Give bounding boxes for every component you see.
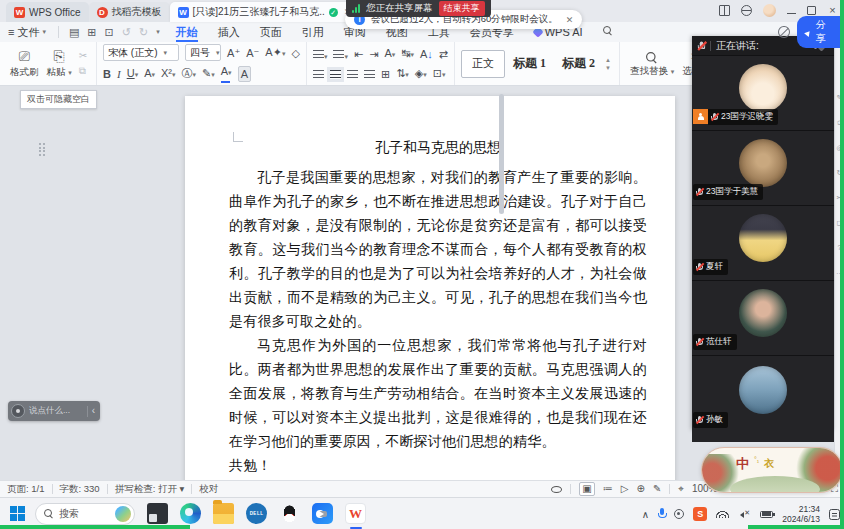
font-family-select[interactable]: 宋体 (正文)▾: [103, 44, 179, 61]
document-title[interactable]: 孔子和马克思的思想: [229, 136, 647, 160]
edge-browser-icon[interactable]: [180, 503, 201, 524]
snipaste-icon[interactable]: S: [693, 507, 707, 521]
notification-center-icon[interactable]: [829, 509, 840, 520]
save-icon[interactable]: ▤: [69, 26, 79, 39]
style-heading2[interactable]: 标题 2: [554, 55, 603, 72]
battery-icon[interactable]: [760, 511, 773, 518]
redo-icon[interactable]: ↻: [139, 26, 148, 39]
qq-icon[interactable]: [279, 503, 300, 524]
shading-button[interactable]: ◈▾: [415, 66, 427, 82]
tab-docer-templates[interactable]: D 找稻壳模板: [89, 2, 170, 22]
file-menu[interactable]: ≡ 文件 ▾: [0, 25, 54, 40]
bullets-button[interactable]: ▾: [313, 45, 328, 63]
decorative-sticker[interactable]: 中 °₁ 衣: [701, 447, 843, 493]
participant-tile[interactable]: 夏轩: [692, 205, 834, 280]
volume-muted-icon[interactable]: [738, 510, 751, 519]
text-effects-button[interactable]: A✦▾: [265, 45, 285, 61]
proofread-button[interactable]: 校对: [199, 483, 218, 496]
decrease-indent-button[interactable]: ⇤: [354, 47, 363, 61]
line-spacing-button[interactable]: ⇅▾: [396, 66, 409, 82]
paragraph[interactable]: 孔子是我国重要的思想家，对我们的教育产生了重要的影响。曲阜作为孔子的家乡，也不断…: [229, 166, 647, 334]
document-page[interactable]: 孔子和马克思的思想 孔子是我国重要的思想家，对我们的教育产生了重要的影响。曲阜作…: [185, 96, 675, 480]
pen-view-icon[interactable]: ✎: [653, 483, 661, 495]
dell-app-icon[interactable]: DELL: [246, 503, 267, 524]
distribute-button[interactable]: ⊞: [381, 67, 390, 81]
italic-button[interactable]: I: [117, 67, 121, 81]
char-shading-button[interactable]: A: [238, 66, 251, 82]
shrink-font-button[interactable]: A⁻: [246, 46, 259, 60]
tab-wps-home[interactable]: W WPS Office: [6, 2, 89, 22]
align-left-button[interactable]: [313, 70, 324, 79]
participant-tile[interactable]: 23国学于美慧: [692, 130, 834, 205]
web-view-icon[interactable]: ⊕: [637, 483, 645, 495]
style-body-text[interactable]: 正文: [461, 50, 505, 78]
tencent-meeting-icon[interactable]: [312, 503, 333, 524]
change-case-button[interactable]: A▾: [384, 46, 395, 62]
close-window-button[interactable]: ×: [827, 5, 838, 16]
maximize-button[interactable]: [807, 6, 816, 15]
outline-view-icon[interactable]: ≔: [603, 483, 613, 495]
globe-icon[interactable]: [741, 5, 752, 16]
paragraph[interactable]: 马克思作为外国的一位思想家，我们常常将他与孔子进行对比。两者都为世界思想的发展作…: [229, 334, 647, 454]
char-border-button[interactable]: A▾: [144, 66, 155, 82]
word-count[interactable]: 字数: 330: [60, 483, 100, 496]
ribbon-tab-insert[interactable]: 插入: [208, 22, 250, 42]
tray-mic-icon[interactable]: [658, 508, 665, 520]
superscript-button[interactable]: X²▾: [161, 66, 176, 82]
start-button[interactable]: [10, 506, 25, 521]
minimize-button[interactable]: [787, 7, 796, 14]
asian-layout-button[interactable]: ↹▾: [401, 46, 414, 62]
split-view-icon[interactable]: [719, 5, 730, 16]
fit-page-icon[interactable]: ⌖: [678, 483, 684, 495]
sort-button[interactable]: A↓: [420, 47, 433, 61]
styles-down-icon[interactable]: ▼: [605, 65, 611, 71]
format-painter-button[interactable]: ⎚ 格式刷: [6, 47, 43, 81]
ribbon-tab-page[interactable]: 页面: [250, 22, 292, 42]
justify-button[interactable]: [364, 70, 375, 79]
participant-tile[interactable]: 23国学迟晓雯: [692, 55, 834, 130]
tray-clock[interactable]: 21:34 2024/6/13: [782, 504, 820, 524]
font-size-select[interactable]: 四号▾: [185, 44, 221, 61]
show-marks-button[interactable]: ⇄: [439, 47, 448, 61]
underline-button[interactable]: U▾: [127, 66, 138, 82]
vertical-scrollbar[interactable]: [499, 94, 504, 214]
clear-format-button[interactable]: ◇: [291, 46, 299, 60]
undo-icon[interactable]: ↺: [122, 26, 131, 39]
page-view-icon[interactable]: ▣: [579, 482, 594, 496]
tab-current-document[interactable]: W [只读]21历三张臻孔子和马克.. ✓ ✕: [170, 2, 360, 22]
eye-protect-icon[interactable]: [551, 486, 562, 493]
paste-button[interactable]: ⎘ 粘贴 ▾: [43, 47, 76, 81]
play-view-icon[interactable]: ▷: [621, 483, 629, 495]
copy-icon[interactable]: ⧉: [79, 65, 87, 77]
notice-close-icon[interactable]: ✕: [566, 15, 574, 25]
phonetic-guide-button[interactable]: Ⓐ▾: [182, 66, 197, 82]
menubar-search[interactable]: [593, 22, 623, 42]
print-icon[interactable]: ⊞: [87, 26, 96, 39]
end-share-button[interactable]: 结束共享: [439, 1, 485, 16]
quickbar-chevron-icon[interactable]: ▾: [156, 28, 160, 36]
tray-expand-icon[interactable]: ∧: [642, 509, 649, 520]
closing-line[interactable]: 共勉！: [229, 454, 647, 478]
bold-button[interactable]: B: [103, 67, 111, 81]
styles-up-icon[interactable]: ▲: [605, 57, 611, 63]
style-heading1[interactable]: 标题 1: [505, 55, 554, 72]
font-color-button[interactable]: A▾: [221, 64, 232, 83]
account-avatar[interactable]: [763, 4, 776, 17]
print-preview-icon[interactable]: ⊡: [105, 26, 114, 39]
share-button[interactable]: 分享: [797, 16, 844, 48]
borders-button[interactable]: ⊡▾: [433, 66, 446, 82]
find-replace-button[interactable]: 查找替换 ▾: [626, 48, 678, 80]
taskbar-search[interactable]: 搜索: [35, 503, 135, 525]
grow-font-button[interactable]: A⁺: [227, 46, 240, 60]
meeting-chat-pill[interactable]: 说点什么... ‹: [8, 401, 100, 421]
hide-whitespace-tooltip[interactable]: 双击可隐藏空白: [20, 90, 97, 109]
paragraph-drag-handle[interactable]: [39, 143, 46, 156]
wps-taskbar-icon[interactable]: W: [345, 503, 366, 524]
spellcheck-toggle[interactable]: 拼写检查: 打开 ▾: [115, 483, 185, 496]
file-explorer-icon[interactable]: [213, 503, 234, 524]
forbid-icon[interactable]: [778, 26, 790, 38]
participant-tile[interactable]: 孙敏: [692, 355, 834, 442]
align-center-button[interactable]: [330, 70, 341, 79]
cut-icon[interactable]: ✂: [79, 50, 87, 61]
search-highlight-icon[interactable]: [115, 506, 131, 522]
